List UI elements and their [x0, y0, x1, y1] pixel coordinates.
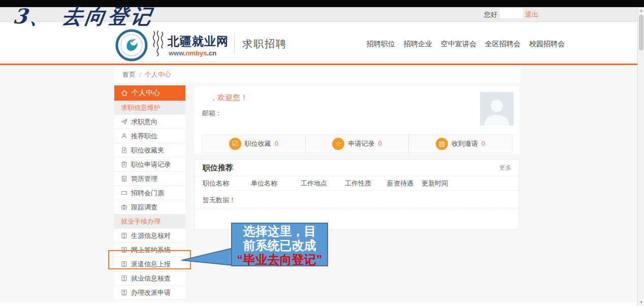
sidebar-item-jobfair-tickets[interactable]: 招聘会门票	[114, 186, 185, 200]
sidebar-item-job-favorites[interactable]: 职位收藏夹	[114, 143, 185, 158]
scrollbar-thumb[interactable]	[639, 15, 643, 50]
nav-item-region-jobfairs[interactable]: 全区招聘会	[485, 40, 521, 49]
header-divider-line	[0, 64, 644, 65]
upload-icon	[121, 232, 127, 239]
invite-doc-icon: ▤	[436, 138, 448, 150]
sidebar-item-recommended-jobs[interactable]: 推荐职位	[114, 129, 185, 143]
job-recommendations-panel: 职位推荐 更多 职位名称 单位名称 工作地点 工作性质 薪资待遇 更新时间 暂无…	[195, 159, 520, 230]
top-navigation: 招聘职位 招聘企业 空中宣讲会 全区招聘会 校园招聘会	[367, 40, 565, 49]
sidebar-item-resume-management[interactable]: 简历管理	[114, 172, 185, 186]
logout-link[interactable]: 退出	[525, 10, 538, 19]
mongolian-script	[152, 30, 165, 59]
file-icon	[121, 147, 127, 154]
ticket-icon	[121, 190, 127, 196]
breadcrumb-current: 个人中心	[145, 70, 171, 79]
sidebar-section-employment-procedures: 就业手续办理	[114, 215, 185, 229]
callout-line1: 选择这里，目	[232, 224, 327, 238]
vertical-scrollbar[interactable]: ▲ ▼	[637, 7, 644, 306]
nav-item-campus-jobfairs[interactable]: 校园招聘会	[529, 40, 565, 49]
site-logo-emblem	[115, 29, 148, 62]
clipboard-check-icon: ☑	[229, 138, 241, 150]
sidebar-item-source-info-check[interactable]: 生源信息核对	[114, 229, 185, 243]
sidebar-item-tracking-survey[interactable]: 跟踪调查	[114, 200, 185, 215]
sidebar-item-reassignment-apply[interactable]: 办理改派申请	[114, 286, 185, 300]
breadcrumb: 首页 / 个人中心	[114, 67, 521, 82]
stat-application-records[interactable]: ☆ 申请记录 0	[305, 135, 409, 152]
col-update-time: 更新时间	[422, 179, 511, 188]
breadcrumb-home[interactable]: 首页	[122, 70, 136, 79]
stat-job-favorites[interactable]: ☑ 职位收藏 0	[202, 135, 305, 152]
star-icon: ☆	[332, 138, 344, 150]
welcome-panel: ，欢迎您！ 邮箱： ☑ 职位收藏 0 ☆ 申请记录 0 ▤ 收到邀请 0	[195, 86, 520, 154]
breadcrumb-separator: /	[139, 71, 141, 79]
avatar	[480, 92, 513, 126]
stat-count: 0	[378, 140, 381, 147]
nav-item-online-presentations[interactable]: 空中宣讲会	[441, 40, 476, 49]
jobs-title: 职位推荐	[203, 163, 233, 173]
jobs-empty-text: 暂无数据！	[195, 191, 519, 208]
logo-divider	[234, 34, 235, 54]
sidebar: 个人中心 求职信息维护 求职意向 推荐职位 职位收藏夹 职位申请记录 简历管理 …	[114, 85, 185, 306]
home-icon	[121, 89, 128, 97]
resume-icon	[121, 175, 127, 182]
sidebar-item-application-records[interactable]: 职位申请记录	[114, 158, 185, 172]
sidebar-header-personal-center[interactable]: 个人中心	[114, 85, 185, 101]
jobs-more-link[interactable]: 更多	[499, 164, 511, 172]
scroll-up-icon[interactable]: ▲	[638, 8, 644, 14]
upload-icon	[121, 275, 127, 282]
sidebar-item-employment-info-check[interactable]: 就业信息核查	[114, 271, 185, 286]
annotation-step-title: 3、 去向登记	[11, 3, 155, 30]
col-company-name: 单位名称	[251, 179, 301, 188]
sidebar-item-job-intent[interactable]: 求职意向	[114, 115, 185, 129]
upload-icon	[121, 289, 127, 296]
stat-count: 0	[275, 140, 278, 147]
clipboard-icon	[121, 161, 127, 168]
site-url: www.nmbys.cn	[169, 49, 216, 57]
redacted-username	[500, 8, 523, 18]
callout-line2: 前系统已改成	[232, 238, 327, 253]
avatar-silhouette-icon	[480, 92, 513, 126]
bottom-strip	[0, 302, 644, 306]
callout-arrow-tail	[178, 245, 234, 268]
nav-item-companies[interactable]: 招聘企业	[404, 40, 432, 49]
stat-invitations-received[interactable]: ▤ 收到邀请 0	[408, 135, 512, 152]
email-label: 邮箱：	[202, 109, 222, 118]
col-work-type: 工作性质	[345, 179, 387, 188]
col-job-name: 职位名称	[203, 179, 251, 188]
col-salary: 薪资待遇	[387, 179, 422, 188]
paper-plane-icon	[121, 118, 127, 125]
nav-item-jobs[interactable]: 招聘职位	[367, 40, 395, 49]
callout-line3: “毕业去向登记”	[232, 253, 327, 267]
annotation-callout-bubble: 选择这里，目 前系统已改成 “毕业去向登记”	[231, 223, 328, 266]
jobs-titlebar: 职位推荐 更多	[195, 160, 519, 176]
person-icon	[121, 133, 127, 139]
jobs-table-header: 职位名称 单位名称 工作地点 工作性质 薪资待遇 更新时间	[195, 176, 519, 191]
site-name: 北疆就业网	[168, 34, 229, 49]
stat-count: 0	[481, 140, 485, 147]
camera-icon	[121, 204, 127, 210]
col-work-location: 工作地点	[301, 179, 345, 188]
sidebar-section-jobseek-info: 求职信息维护	[114, 101, 185, 115]
scroll-down-icon[interactable]: ▼	[638, 299, 644, 305]
welcome-text: ，欢迎您！	[210, 93, 248, 103]
stats-bar: ☑ 职位收藏 0 ☆ 申请记录 0 ▤ 收到邀请 0	[202, 134, 512, 153]
site-section-label: 求职招聘	[242, 37, 287, 51]
